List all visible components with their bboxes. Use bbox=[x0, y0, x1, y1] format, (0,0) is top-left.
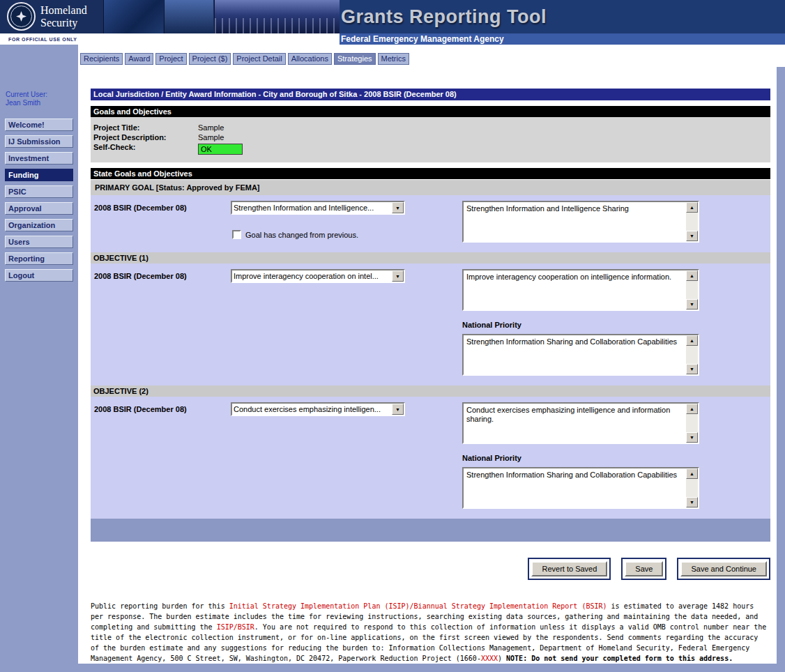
objective-1-header: OBJECTIVE (1) bbox=[91, 252, 770, 264]
scroll-track[interactable] bbox=[686, 213, 698, 231]
primary-goal-scrollbar[interactable]: ▲ ▼ bbox=[686, 202, 698, 241]
page-body: Current User: Jean Smith Welcome! IJ Sub… bbox=[0, 67, 785, 672]
objective-1-national-priority-text: Strengthen Information Sharing and Colla… bbox=[464, 335, 686, 374]
omb-number-placeholder: XXXX bbox=[481, 655, 498, 662]
scroll-up-button[interactable]: ▲ bbox=[686, 270, 698, 281]
objective-2-dropdown-arrow-button[interactable]: ▼ bbox=[392, 404, 404, 415]
scroll-up-button[interactable]: ▲ bbox=[686, 202, 698, 213]
objective-2-period-label: 2008 BSIR (December 08) bbox=[91, 402, 231, 509]
scroll-up-button[interactable]: ▲ bbox=[686, 335, 698, 346]
fema-subtitle: Federal Emergency Management Agency bbox=[340, 34, 504, 44]
objective-1-np-scrollbar[interactable]: ▲ ▼ bbox=[686, 335, 698, 374]
tab-project-detail[interactable]: Project Detail bbox=[233, 53, 285, 65]
objective-2-national-priority-text: Strengthen Information Sharing and Colla… bbox=[464, 468, 686, 507]
arrow-up-icon: ▲ bbox=[689, 471, 694, 476]
primary-goal-dropdown[interactable]: Strengthen Information and Intelligence.… bbox=[231, 201, 405, 215]
self-check-row: Self-Check: OK bbox=[91, 142, 770, 155]
self-check-status-field: OK bbox=[198, 144, 243, 155]
burden-text-1: Public reporting burden for this bbox=[91, 602, 229, 610]
sidebar-item-funding[interactable]: Funding bbox=[5, 169, 73, 181]
primary-goal-textarea[interactable]: Strengthen Information and Intelligence … bbox=[462, 201, 699, 243]
sidebar: Current User: Jean Smith Welcome! IJ Sub… bbox=[0, 67, 78, 672]
agency-name-line1: Homeland bbox=[40, 4, 87, 17]
sidebar-item-psic[interactable]: PSIC bbox=[5, 185, 73, 198]
sidebar-item-logout[interactable]: Logout bbox=[5, 269, 73, 282]
project-description-label: Project Description: bbox=[93, 133, 198, 142]
tab-strategies[interactable]: Strategies bbox=[334, 53, 376, 65]
revert-button-frame: Revert to Saved bbox=[528, 558, 611, 580]
primary-goal-dropdown-arrow-button[interactable]: ▼ bbox=[392, 202, 404, 213]
objective-2-text: Conduct exercises emphasizing intelligen… bbox=[464, 404, 686, 443]
tab-project-dollars[interactable]: Project ($) bbox=[189, 53, 231, 65]
arrow-down-icon: ▼ bbox=[689, 234, 694, 238]
scroll-up-button[interactable]: ▲ bbox=[686, 468, 698, 479]
objective-1-textarea[interactable]: Improve interagency cooperation on intel… bbox=[462, 269, 699, 311]
objective-1-national-priority-textarea[interactable]: Strengthen Information Sharing and Colla… bbox=[462, 334, 699, 376]
project-title-value: Sample bbox=[198, 123, 224, 132]
scroll-down-button[interactable]: ▼ bbox=[686, 299, 698, 310]
burden-note: NOTE: Do not send your completed form to… bbox=[506, 655, 733, 662]
sidebar-item-reporting[interactable]: Reporting bbox=[5, 252, 73, 265]
current-user-name: Jean Smith bbox=[6, 99, 78, 107]
scroll-track[interactable] bbox=[686, 346, 698, 364]
sidebar-item-ij-submission[interactable]: IJ Submission bbox=[5, 135, 73, 148]
header-photo-cityscape bbox=[214, 0, 340, 33]
dhs-seal-logo bbox=[7, 2, 36, 31]
objective-2-controls: Conduct exercises emphasizing intelligen… bbox=[231, 402, 462, 509]
objective-2-dropdown-value: Conduct exercises emphasizing intelligen… bbox=[232, 405, 392, 413]
header-photo-1 bbox=[103, 0, 163, 33]
objective-1-text-column: Improve interagency cooperation on intel… bbox=[462, 269, 770, 376]
revert-to-saved-button[interactable]: Revert to Saved bbox=[531, 561, 607, 576]
sidebar-item-approval[interactable]: Approval bbox=[5, 202, 73, 215]
app-root: Homeland Security Grants Reporting Tool … bbox=[0, 0, 785, 672]
objective-2-section: 2008 BSIR (December 08) Conduct exercise… bbox=[91, 397, 770, 519]
goal-changed-label: Goal has changed from previous. bbox=[245, 231, 358, 239]
burden-text-4: ) bbox=[498, 655, 506, 662]
project-title-row: Project Title: Sample bbox=[91, 123, 770, 132]
objective-2-np-scrollbar[interactable]: ▲ ▼ bbox=[686, 468, 698, 507]
scroll-track[interactable] bbox=[686, 281, 698, 299]
main-panel: Local Jurisdiction / Entity Award Inform… bbox=[78, 67, 777, 664]
tab-allocations[interactable]: Allocations bbox=[288, 53, 332, 65]
save-button[interactable]: Save bbox=[625, 561, 663, 576]
arrow-up-icon: ▲ bbox=[689, 205, 694, 210]
tab-metrics[interactable]: Metrics bbox=[378, 53, 409, 65]
objective-1-dropdown[interactable]: Improve interagency cooperation on intel… bbox=[231, 269, 405, 283]
objective-2-row: 2008 BSIR (December 08) Conduct exercise… bbox=[91, 397, 770, 519]
goal-changed-checkbox[interactable] bbox=[232, 230, 241, 239]
fouo-label: FOR OFFICIAL USE ONLY bbox=[8, 37, 77, 42]
sidebar-item-organization[interactable]: Organization bbox=[5, 219, 73, 231]
objective-2-dropdown[interactable]: Conduct exercises emphasizing intelligen… bbox=[231, 402, 405, 416]
scroll-track[interactable] bbox=[686, 479, 698, 497]
fouo-strip: FOR OFFICIAL USE ONLY bbox=[0, 33, 340, 45]
sidebar-item-investment[interactable]: Investment bbox=[5, 152, 73, 165]
arrow-down-icon: ▼ bbox=[689, 500, 694, 505]
scroll-up-button[interactable]: ▲ bbox=[686, 404, 698, 414]
objective-2-national-priority-textarea[interactable]: Strengthen Information Sharing and Colla… bbox=[462, 467, 699, 509]
scroll-track[interactable] bbox=[686, 414, 698, 432]
objective-2-textarea[interactable]: Conduct exercises emphasizing intelligen… bbox=[462, 402, 699, 444]
tab-award[interactable]: Award bbox=[125, 53, 153, 65]
scroll-down-button[interactable]: ▼ bbox=[686, 432, 698, 443]
scroll-down-button[interactable]: ▼ bbox=[686, 364, 698, 374]
sidebar-item-users[interactable]: Users bbox=[5, 236, 73, 248]
goal-changed-row: Goal has changed from previous. bbox=[232, 230, 462, 239]
scroll-down-button[interactable]: ▼ bbox=[686, 231, 698, 241]
primary-goal-text: Strengthen Information and Intelligence … bbox=[464, 202, 686, 241]
chevron-down-icon: ▼ bbox=[395, 206, 400, 211]
objective-1-controls: Improve interagency cooperation on intel… bbox=[231, 269, 462, 376]
objective-1-dropdown-arrow-button[interactable]: ▼ bbox=[392, 270, 404, 282]
objective-1-scrollbar[interactable]: ▲ ▼ bbox=[686, 270, 698, 310]
scroll-down-button[interactable]: ▼ bbox=[686, 497, 698, 507]
primary-goal-dropdown-value: Strengthen Information and Intelligence.… bbox=[232, 204, 392, 212]
sidebar-item-welcome[interactable]: Welcome! bbox=[5, 119, 73, 131]
tab-strip: Recipients Award Project Project ($) Pro… bbox=[78, 45, 785, 67]
objective-2-header: OBJECTIVE (2) bbox=[91, 385, 770, 397]
tab-project[interactable]: Project bbox=[155, 53, 186, 65]
objective-2-scrollbar[interactable]: ▲ ▼ bbox=[686, 404, 698, 443]
primary-goal-text-column: Strengthen Information and Intelligence … bbox=[462, 201, 770, 243]
tab-recipients[interactable]: Recipients bbox=[80, 53, 123, 65]
save-and-continue-button[interactable]: Save and Continue bbox=[680, 561, 767, 576]
header-title-area: Grants Reporting Tool bbox=[340, 0, 785, 33]
spacer bbox=[91, 162, 770, 168]
